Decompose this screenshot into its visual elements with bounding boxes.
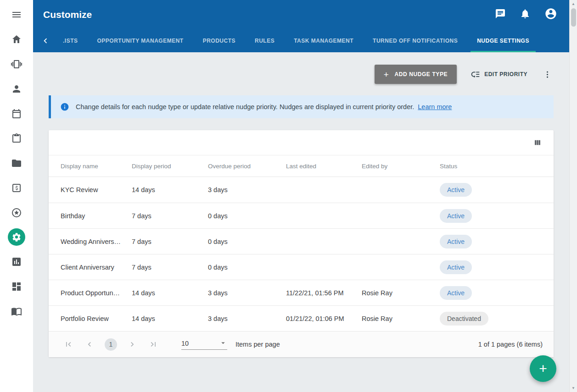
page-title: Customize: [43, 9, 92, 20]
col-status[interactable]: Status: [440, 163, 542, 170]
tab-rules[interactable]: RULES: [248, 29, 281, 52]
plus-icon: +: [539, 362, 547, 375]
actions-toolbar: + ADD NUDGE TYPE EDIT PRIORITY: [49, 64, 554, 84]
table-row[interactable]: Portfolio Review 14 days 3 days 01/21/22…: [49, 305, 554, 331]
cell-display-name: Birthday: [61, 212, 132, 220]
pagination-summary: 1 of 1 pages (6 items): [478, 341, 543, 348]
chart-icon[interactable]: [7, 253, 26, 271]
cell-overdue-period: 0 days: [208, 264, 286, 271]
items-per-page-value: 10: [181, 340, 189, 347]
column-picker-icon[interactable]: [532, 137, 543, 149]
book-icon[interactable]: [7, 302, 26, 320]
cell-display-period: 7 days: [132, 238, 208, 245]
cell-overdue-period: 0 days: [208, 238, 286, 245]
main-area: Customize .ISTS OPPORTUNITY MANAGEMENT P…: [33, 0, 569, 392]
cell-display-name: Portfolio Review: [61, 315, 132, 322]
add-nudge-type-button[interactable]: + ADD NUDGE TYPE: [375, 65, 457, 84]
settings-icon[interactable]: [8, 228, 25, 246]
plus-icon: +: [384, 70, 389, 79]
home-icon[interactable]: [7, 30, 26, 49]
money-icon[interactable]: [7, 179, 26, 197]
nudge-table-card: Display name Display period Overdue peri…: [49, 130, 554, 357]
info-banner: Change details for each nudge type or up…: [49, 95, 554, 118]
table-row[interactable]: Birthday 7 days 0 days Active: [49, 203, 554, 228]
cell-display-name: Client Anniversary: [61, 264, 132, 271]
account-icon[interactable]: [544, 7, 557, 22]
col-overdue-period[interactable]: Overdue period: [208, 163, 286, 170]
cell-last-edited: 11/22/21, 01:56 PM: [286, 289, 362, 297]
priority-icon: [471, 70, 480, 79]
cell-display-period: 14 days: [132, 186, 208, 193]
table-row[interactable]: Product Opportun… 14 days 3 days 11/22/2…: [49, 280, 554, 305]
content-area: + ADD NUDGE TYPE EDIT PRIORITY Change de…: [33, 52, 569, 392]
cell-display-period: 7 days: [132, 212, 208, 220]
vibration-icon[interactable]: [7, 55, 26, 73]
calendar-icon[interactable]: [7, 105, 26, 123]
current-page-button[interactable]: 1: [105, 338, 117, 351]
app-window: Customize .ISTS OPPORTUNITY MANAGEMENT P…: [0, 0, 577, 392]
tab-task-management[interactable]: TASK MANAGEMENT: [287, 29, 360, 52]
items-per-page-select[interactable]: 10: [181, 339, 227, 350]
status-badge: Deactivated: [440, 312, 488, 326]
pagination-bar: 1 10 Items per page 1 of 1 pages (6 item…: [49, 331, 554, 357]
next-page-icon[interactable]: [126, 338, 138, 350]
col-last-edited[interactable]: Last edited: [286, 163, 362, 170]
scrollbar-thumb[interactable]: [571, 8, 576, 27]
status-badge: Active: [440, 235, 472, 248]
cell-display-period: 7 days: [132, 264, 208, 271]
table-row[interactable]: KYC Review 14 days 3 days Active: [49, 177, 554, 203]
tab-bar: .ISTS OPPORTUNITY MANAGEMENT PRODUCTS RU…: [33, 29, 569, 52]
cell-edited-by: Rosie Ray: [362, 315, 440, 322]
last-page-icon[interactable]: [147, 338, 159, 350]
table-row[interactable]: Client Anniversary 7 days 0 days Active: [49, 254, 554, 280]
table-header-row: Display name Display period Overdue peri…: [49, 155, 554, 177]
scroll-up-icon[interactable]: ▲: [570, 0, 577, 8]
status-badge: Active: [440, 183, 472, 197]
sidebar: [0, 0, 33, 392]
tabs-back-chevron-icon[interactable]: [38, 29, 53, 52]
tab-opportunity-management[interactable]: OPPORTUNITY MANAGEMENT: [91, 29, 190, 52]
previous-page-icon[interactable]: [84, 338, 95, 350]
col-display-period[interactable]: Display period: [132, 163, 208, 170]
edit-priority-label: EDIT PRIORITY: [484, 71, 527, 77]
tab-products[interactable]: PRODUCTS: [196, 29, 242, 52]
cell-display-name: Wedding Annivers…: [61, 238, 132, 245]
status-badge: Active: [440, 209, 472, 223]
menu-icon[interactable]: [7, 6, 26, 24]
bell-icon[interactable]: [520, 8, 531, 21]
cell-overdue-period: 3 days: [208, 315, 286, 322]
cell-overdue-period: 0 days: [208, 212, 286, 220]
star-icon[interactable]: [7, 204, 26, 222]
tasks-icon[interactable]: [7, 129, 26, 148]
col-edited-by[interactable]: Edited by: [362, 163, 440, 170]
dashboard-icon[interactable]: [7, 277, 26, 296]
add-nudge-type-label: ADD NUDGE TYPE: [394, 71, 448, 77]
table-toolbar: [49, 130, 554, 155]
cell-last-edited: 01/21/22, 01:06 PM: [286, 315, 362, 322]
cell-overdue-period: 3 days: [208, 186, 286, 193]
person-icon[interactable]: [7, 80, 26, 98]
cell-display-period: 14 days: [132, 315, 208, 322]
tab-turned-off-notifications[interactable]: TURNED OFF NOTIFICATIONS: [366, 29, 464, 52]
first-page-icon[interactable]: [62, 338, 74, 350]
header-actions: [495, 7, 557, 22]
status-badge: Active: [440, 260, 472, 274]
app-header: Customize: [33, 0, 569, 29]
tab-lists[interactable]: .ISTS: [56, 29, 84, 52]
add-fab-button[interactable]: +: [530, 355, 556, 382]
tab-nudge-settings[interactable]: NUDGE SETTINGS: [471, 29, 536, 52]
cell-overdue-period: 3 days: [208, 289, 286, 297]
folder-icon[interactable]: [7, 154, 26, 172]
cell-display-name: Product Opportun…: [61, 289, 132, 297]
table-row[interactable]: Wedding Annivers… 7 days 0 days Active: [49, 228, 554, 254]
col-display-name[interactable]: Display name: [61, 163, 132, 170]
learn-more-link[interactable]: Learn more: [418, 103, 452, 110]
info-icon: [60, 102, 69, 111]
more-options-kebab-icon[interactable]: [541, 68, 554, 81]
scroll-down-icon[interactable]: ▼: [570, 384, 577, 392]
vertical-scrollbar[interactable]: ▲ ▼: [569, 0, 577, 392]
cell-display-period: 14 days: [132, 289, 208, 297]
chat-icon[interactable]: [495, 8, 506, 21]
edit-priority-button[interactable]: EDIT PRIORITY: [471, 70, 527, 79]
cell-display-name: KYC Review: [61, 186, 132, 193]
